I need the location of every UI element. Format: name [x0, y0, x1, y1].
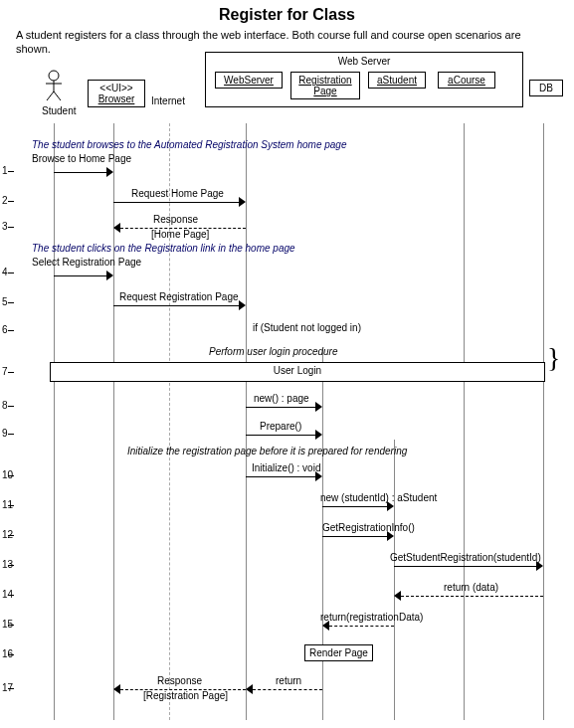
- life-db: [543, 123, 544, 720]
- sequence-diagram: Web Server Student <<UI>> Browser Intern…: [0, 52, 574, 728]
- comment-3: Perform user login procedure: [209, 346, 338, 357]
- arrow-10: Initialize() : void: [246, 469, 322, 483]
- row-9: 9: [2, 428, 8, 439]
- arrow-9: Prepare(): [246, 428, 322, 442]
- head-astudent: aStudent: [368, 72, 426, 89]
- life-browser: [113, 123, 114, 720]
- life-webserver: [246, 123, 247, 720]
- comment-1: The student browses to the Automated Reg…: [32, 139, 346, 150]
- row-4: 4: [2, 267, 8, 277]
- arrow-14: return (data): [394, 589, 543, 603]
- ref-user-login: User Login: [50, 362, 545, 382]
- page-title: Register for Class: [0, 0, 574, 24]
- head-browser: <<UI>> Browser: [88, 80, 145, 107]
- svg-point-0: [49, 71, 59, 81]
- arrow-3: Response[Home Page]: [113, 221, 246, 235]
- browser-label: Browser: [91, 93, 142, 104]
- arrow-1: [54, 165, 113, 179]
- life-internet: [169, 123, 171, 720]
- row-8: 8: [2, 400, 8, 411]
- arrow-4: [54, 269, 113, 282]
- msg-1: Browse to Home Page: [32, 153, 131, 164]
- actor-icon: [42, 70, 66, 101]
- arrow-13: GetStudentRegistration(studentId): [394, 559, 543, 573]
- head-regpage: Registration Page: [290, 72, 360, 99]
- row-5: 5: [2, 296, 8, 307]
- row-3: 3: [2, 221, 8, 232]
- arrow-17b: return: [246, 682, 322, 696]
- head-webserver: WebServer: [215, 72, 283, 89]
- page: Register for Class A student registers f…: [0, 0, 574, 728]
- row-6: 6: [2, 324, 8, 335]
- row-7: 7: [2, 366, 8, 377]
- svg-line-3: [47, 91, 54, 100]
- render-page-box: Render Page: [304, 644, 373, 661]
- brace-icon: }: [547, 342, 560, 374]
- arrow-5: Request Registration Page: [113, 298, 246, 312]
- webserver-container-label: Web Server: [206, 53, 522, 67]
- head-db: DB: [529, 80, 563, 96]
- msg-4: Select Registration Page: [32, 257, 141, 268]
- browser-stereo: <<UI>>: [91, 83, 142, 93]
- arrow-15: return(registrationData): [322, 619, 394, 633]
- actor-label: Student: [42, 105, 66, 116]
- head-internet: Internet: [151, 95, 185, 106]
- arrow-11: new (studentId) : aStudent: [322, 499, 394, 513]
- life-astudent: [394, 440, 395, 720]
- actor-student: Student: [42, 70, 66, 116]
- row-1: 1: [2, 165, 8, 176]
- svg-line-4: [54, 91, 61, 100]
- life-student: [54, 123, 55, 720]
- comment-2: The student clicks on the Registration l…: [32, 243, 295, 254]
- arrow-12: GetRegistrationInfo(): [322, 529, 394, 543]
- arrow-8: new() : page: [246, 400, 322, 414]
- comment-4: Initialize the registration page before …: [127, 446, 407, 456]
- row-2: 2: [2, 195, 8, 206]
- cond-6: if (Student not logged in): [253, 322, 361, 333]
- head-acourse: aCourse: [438, 72, 495, 89]
- life-acourse: [464, 123, 465, 720]
- arrow-2: Request Home Page: [113, 195, 246, 209]
- arrow-17a: Response[Registration Page]: [113, 682, 246, 696]
